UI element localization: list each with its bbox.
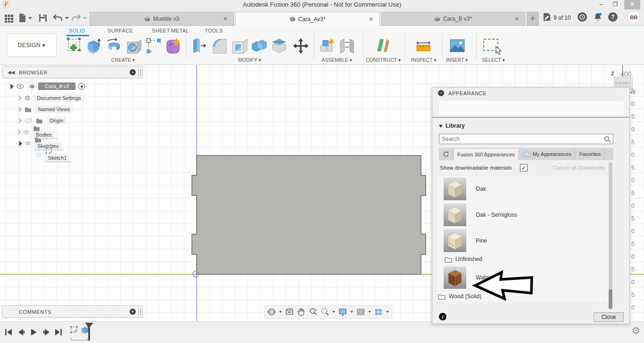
zoom-window-caret[interactable] xyxy=(332,311,335,313)
expand-open-icon[interactable] xyxy=(16,140,22,147)
tree-row-root[interactable]: Cara_A v3 xyxy=(8,81,85,91)
panel-drag-handle[interactable] xyxy=(139,69,141,76)
activate-component-radio[interactable] xyxy=(78,83,85,90)
search-icon[interactable] xyxy=(603,136,611,143)
panel-drag-handle[interactable] xyxy=(139,309,141,315)
tree-row-document-settings[interactable]: ⚙ Document Settings xyxy=(17,93,84,103)
minimize-button[interactable]: – xyxy=(594,0,608,9)
eye-icon[interactable] xyxy=(24,130,29,135)
pan-hand-icon[interactable] xyxy=(297,308,305,316)
eye-icon[interactable] xyxy=(17,84,24,89)
timeline-sketch-feature[interactable] xyxy=(70,326,79,335)
tree-item-label[interactable]: Document Settings xyxy=(34,94,84,102)
timeline-play-button[interactable] xyxy=(30,328,38,336)
tab-fusion-appearances[interactable]: Fusion 360 Appearances xyxy=(453,148,519,160)
tab-surface[interactable]: SURFACE xyxy=(107,28,133,33)
appearance-header[interactable]: − APPEARANCE xyxy=(432,88,629,99)
list-scrollbar-track[interactable] xyxy=(609,162,612,309)
select-icon[interactable] xyxy=(482,37,503,55)
display-settings-caret[interactable] xyxy=(350,311,353,313)
tab-sheet-metal[interactable]: SHEET METAL xyxy=(152,28,189,33)
help-icon[interactable]: ? xyxy=(608,12,618,22)
fillet-icon[interactable] xyxy=(211,37,228,55)
tree-row-origin[interactable]: Origin xyxy=(17,115,66,126)
construct-plane-icon[interactable] xyxy=(374,37,391,55)
timeline-go-to-end-button[interactable] xyxy=(55,328,62,336)
grid-settings-caret[interactable] xyxy=(368,311,371,313)
eye-icon[interactable] xyxy=(25,141,31,146)
redo-icon[interactable] xyxy=(71,13,81,23)
collapse-browser-icon[interactable]: ◀◀ xyxy=(8,70,15,75)
eye-off-icon[interactable] xyxy=(36,152,41,157)
cancel-downloads-button[interactable]: Cancel all Downloads xyxy=(553,165,605,171)
timeline-step-back-button[interactable] xyxy=(17,328,25,336)
zoom-window-icon[interactable] xyxy=(321,308,329,316)
restore-button[interactable]: ❐ xyxy=(608,0,622,9)
group-label-modify[interactable]: MODIFY ▾ xyxy=(238,57,261,63)
group-label-insert[interactable]: INSERT ▾ xyxy=(446,57,468,63)
new-component-icon[interactable] xyxy=(319,37,336,55)
viewports-icon[interactable] xyxy=(374,308,383,316)
timeline-step-forward-button[interactable] xyxy=(42,328,51,336)
tab-close-icon[interactable]: ✕ xyxy=(369,16,373,23)
tab-tools[interactable]: TOOLS xyxy=(205,28,223,33)
joint-icon[interactable] xyxy=(339,37,355,55)
material-row-oak[interactable]: Oak xyxy=(437,176,610,202)
undo-caret[interactable] xyxy=(65,17,69,19)
tree-row-sketch1[interactable]: Sketch1 xyxy=(36,149,72,160)
expand-closed-icon[interactable] xyxy=(17,118,21,123)
viewports-caret[interactable] xyxy=(386,311,389,313)
group-label-select[interactable]: SELECT ▾ xyxy=(482,57,505,63)
job-status-clock-icon[interactable] xyxy=(578,12,587,22)
undo-icon[interactable] xyxy=(53,13,63,23)
timeline-position-marker-head[interactable] xyxy=(85,323,93,328)
expand-closed-icon[interactable] xyxy=(17,130,21,134)
hole-icon[interactable] xyxy=(125,37,142,55)
notifications-bell-icon[interactable] xyxy=(593,12,603,24)
redo-caret[interactable] xyxy=(83,17,87,19)
timeline-go-to-start-button[interactable] xyxy=(5,328,12,336)
doc-tab-cara-b[interactable]: Cara_B v3* ✕ xyxy=(381,12,525,26)
doc-tab-cara-a[interactable]: Cara_Av3* ✕ xyxy=(235,12,380,26)
library-section-header[interactable]: Library xyxy=(439,122,465,129)
tree-row-bodies[interactable]: Bodies xyxy=(17,127,58,137)
zoom-icon[interactable]: ± xyxy=(309,308,317,316)
create-sketch-icon[interactable] xyxy=(66,37,83,55)
minus-circle-icon[interactable]: − xyxy=(130,69,136,75)
revolve-icon[interactable] xyxy=(106,37,123,55)
shell-icon[interactable] xyxy=(231,37,248,55)
look-at-icon[interactable] xyxy=(285,308,294,316)
pattern-icon[interactable] xyxy=(145,37,162,55)
display-settings-icon[interactable] xyxy=(339,308,347,316)
measure-icon[interactable] xyxy=(415,37,432,55)
show-downloadable-checkbox[interactable]: ✓ xyxy=(520,164,528,172)
tab-solid[interactable]: SOLID xyxy=(69,28,85,33)
orbit-icon[interactable] xyxy=(267,308,276,316)
move-copy-icon[interactable] xyxy=(291,37,310,55)
search-input[interactable] xyxy=(442,135,602,143)
group-label-assemble[interactable]: ASSEMBLE ▾ xyxy=(322,57,352,63)
tree-item-label[interactable]: Named Views xyxy=(35,106,73,113)
press-pull-icon[interactable] xyxy=(190,37,207,55)
group-label-inspect[interactable]: INSPECT ▾ xyxy=(411,57,437,63)
sketch-body[interactable] xyxy=(189,152,434,279)
split-body-icon[interactable] xyxy=(271,37,288,55)
close-window-button[interactable]: ✕ xyxy=(624,0,640,9)
info-icon[interactable]: i xyxy=(439,313,446,320)
expand-closed-icon[interactable] xyxy=(17,107,21,112)
close-dialog-button[interactable]: Close xyxy=(594,312,624,322)
search-box[interactable] xyxy=(439,134,613,144)
file-menu-icon[interactable] xyxy=(17,13,27,23)
group-label-create[interactable]: CREATE ▾ xyxy=(111,57,135,63)
tab-close-icon[interactable]: ✕ xyxy=(223,16,228,22)
eye-off-icon[interactable] xyxy=(25,118,32,123)
tree-item-label[interactable]: Sketch1 xyxy=(45,154,70,162)
preferences-gear-icon[interactable]: ⚙ xyxy=(631,326,640,336)
material-row-oak-semigloss[interactable]: Oak - Semigloss xyxy=(437,202,610,228)
combine-icon[interactable] xyxy=(251,37,268,55)
tab-my-appearances[interactable]: My Appearances xyxy=(519,148,576,160)
folder-row-unfinished[interactable]: Unfinished xyxy=(437,254,610,264)
new-tab-button[interactable]: + xyxy=(527,12,539,26)
minus-circle-icon[interactable]: − xyxy=(438,90,444,96)
comments-panel-header[interactable]: COMMENTS + xyxy=(2,305,143,318)
